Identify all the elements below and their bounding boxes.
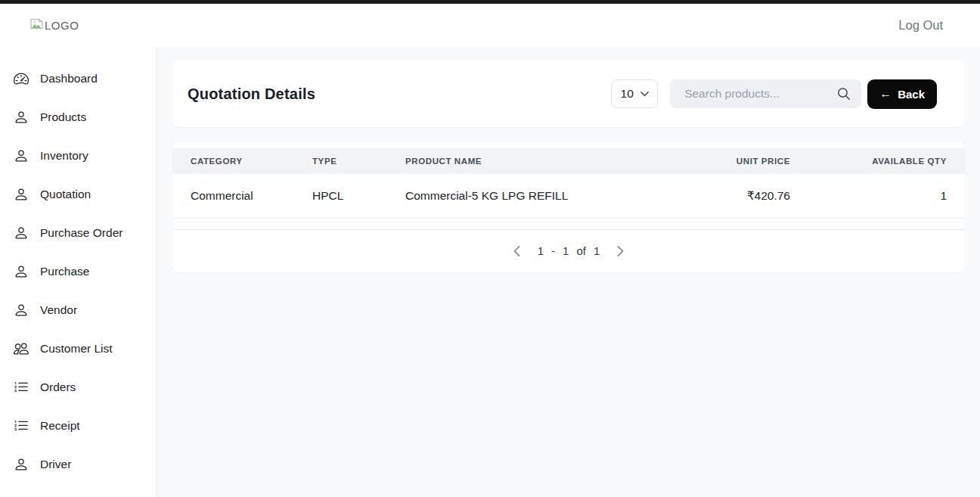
table-header-row: Category Type Product Name Unit Price Av… xyxy=(172,148,965,174)
table-row: Commercial HPCL Commercial-5 KG LPG REFI… xyxy=(172,174,965,218)
pagination-range-end: 1 xyxy=(563,244,569,257)
sidebar-item-label: Vendor xyxy=(40,303,77,317)
sidebar-item-inventory[interactable]: Inventory xyxy=(0,136,156,175)
broken-image-icon xyxy=(30,18,43,33)
column-header-unit-price: Unit Price xyxy=(654,148,790,174)
chevron-down-icon xyxy=(640,92,649,97)
pagination-next-button[interactable] xyxy=(610,241,630,261)
main-content: Quotation Details 10 ← Back xyxy=(157,47,980,497)
column-header-product-name: Product Name xyxy=(405,148,654,174)
sidebar-item-label: Driver xyxy=(40,458,71,471)
column-header-type: Type xyxy=(312,148,405,174)
speedometer-icon xyxy=(14,71,29,86)
search-input[interactable] xyxy=(670,79,861,108)
sidebar-item-label: Products xyxy=(40,110,86,124)
sidebar-item-label: Purchase xyxy=(40,265,89,278)
cell-available-qty: 1 xyxy=(790,174,965,218)
cell-product-name: Commercial-5 KG LPG REFILL xyxy=(405,174,654,218)
person-icon xyxy=(14,264,29,279)
sidebar-item-label: Dashboard xyxy=(40,72,98,85)
person-icon xyxy=(14,225,29,241)
sidebar: Dashboard Products Inventory Quotation P xyxy=(0,47,157,497)
cell-unit-price: ₹420.76 xyxy=(654,174,790,218)
sidebar-item-dashboard[interactable]: Dashboard xyxy=(0,59,156,98)
column-header-category: Category xyxy=(172,148,312,174)
sidebar-item-label: Orders xyxy=(40,381,76,394)
sidebar-item-customer-list[interactable]: Customer List xyxy=(0,329,156,368)
person-icon xyxy=(14,148,29,163)
numbered-list-icon xyxy=(14,418,29,433)
pagination-of-label: of xyxy=(576,244,586,257)
cell-category: Commercial xyxy=(172,174,312,218)
person-icon xyxy=(14,110,29,125)
back-button[interactable]: ← Back xyxy=(867,79,937,109)
page-header-card: Quotation Details 10 ← Back xyxy=(172,61,965,127)
person-icon xyxy=(14,457,29,472)
logo-alt-text: LOGO xyxy=(45,19,79,32)
pagination-range-start: 1 xyxy=(538,244,544,257)
column-header-available-qty: Available Qty xyxy=(790,148,965,174)
topbar: LOGO Log Out xyxy=(0,4,980,47)
pagination-prev-button[interactable] xyxy=(507,241,527,261)
page-size-select[interactable]: 10 xyxy=(611,79,658,108)
quotation-table-card: Category Type Product Name Unit Price Av… xyxy=(172,142,965,272)
sidebar-item-receipt[interactable]: Receipt xyxy=(0,406,156,445)
back-arrow-icon: ← xyxy=(879,88,892,100)
pagination-total: 1 xyxy=(594,244,600,257)
person-icon xyxy=(14,303,29,318)
sidebar-item-label: Receipt xyxy=(40,419,80,433)
cell-type: HPCL xyxy=(312,174,405,218)
sidebar-item-orders[interactable]: Orders xyxy=(0,368,156,406)
people-icon xyxy=(14,341,29,356)
sidebar-item-label: Inventory xyxy=(40,149,88,163)
header-controls: 10 ← Back xyxy=(611,79,937,109)
numbered-list-icon xyxy=(14,380,29,395)
back-button-label: Back xyxy=(898,88,925,101)
sidebar-item-products[interactable]: Products xyxy=(0,98,156,136)
page-size-value: 10 xyxy=(621,87,634,101)
quotation-table: Category Type Product Name Unit Price Av… xyxy=(172,148,965,219)
logo-link[interactable]: LOGO xyxy=(30,18,79,33)
sidebar-item-purchase[interactable]: Purchase xyxy=(0,252,156,290)
page-title: Quotation Details xyxy=(188,85,315,103)
sidebar-item-purchase-order[interactable]: Purchase Order xyxy=(0,213,156,252)
sidebar-item-label: Purchase Order xyxy=(40,226,122,240)
sidebar-item-partial[interactable] xyxy=(0,483,156,497)
pagination-info: 1 - 1 of 1 xyxy=(538,244,600,257)
sidebar-item-label: Customer List xyxy=(40,342,113,356)
person-icon xyxy=(14,187,29,202)
logout-link[interactable]: Log Out xyxy=(898,18,943,33)
sidebar-item-driver[interactable]: Driver xyxy=(0,445,156,483)
sidebar-item-label: Quotation xyxy=(40,188,91,201)
pagination: 1 - 1 of 1 xyxy=(172,230,965,272)
search-box xyxy=(670,79,861,108)
table-end-divider xyxy=(172,219,965,230)
pagination-separator: - xyxy=(551,244,555,257)
sidebar-item-vendor[interactable]: Vendor xyxy=(0,290,156,329)
sidebar-item-quotation[interactable]: Quotation xyxy=(0,175,156,213)
